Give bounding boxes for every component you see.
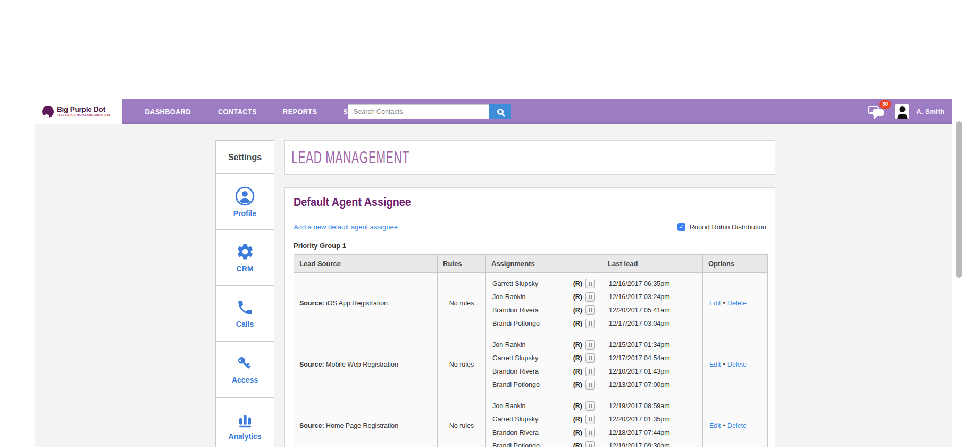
pause-button[interactable]	[585, 401, 595, 411]
delete-link[interactable]: Delete	[727, 422, 747, 429]
last-lead-cell: 12/15/2017 01:34pm 12/17/2017 04:54am 12…	[602, 334, 703, 395]
nav-dashboard[interactable]: DASHBOARD	[131, 99, 205, 124]
pause-button[interactable]	[585, 305, 595, 315]
user-name[interactable]: A. Smith	[916, 107, 944, 115]
phone-icon	[236, 299, 254, 317]
pause-button[interactable]	[585, 340, 595, 350]
pause-button[interactable]	[585, 319, 595, 328]
settings-sidebar: Settings Profile CRM	[215, 140, 274, 447]
edit-link[interactable]: Edit	[709, 361, 721, 368]
pause-button[interactable]	[585, 380, 595, 390]
search-input[interactable]	[348, 104, 489, 119]
rules-cell: No rules	[438, 334, 486, 395]
assignment-line: Brandon Rivera (R)	[486, 365, 602, 378]
sidebar-item-access[interactable]: Access	[216, 342, 274, 398]
pause-icon	[589, 383, 592, 387]
section-header: Default Agent Assignee	[285, 188, 775, 216]
source-cell: Source: iOS App Registration	[294, 273, 438, 334]
col-rules: Rules	[438, 255, 486, 273]
default-agent-assignee-card: Default Agent Assignee Add a new default…	[284, 187, 775, 447]
round-robin-checkbox[interactable]	[677, 223, 685, 231]
assignment-line: Jon Rankin (R)	[486, 290, 602, 303]
assignment-line: Garrett Slupsky (R)	[486, 277, 602, 290]
pause-button[interactable]	[585, 441, 595, 447]
notifications-button[interactable]: 30	[868, 104, 888, 120]
navbar-right: 30 A. Smith	[868, 99, 947, 124]
assignments-cell: Jon Rankin (R) Garrett Slupsky (R) Brand…	[486, 395, 602, 447]
source-cell: Source: Home Page Registration	[294, 395, 438, 447]
assignment-line: Jon Rankin (R)	[486, 399, 602, 412]
person-icon	[235, 186, 255, 206]
assignment-line: Garrett Slupsky (R)	[486, 412, 602, 426]
page: Big Purple Dot REAL ESTATE MARKETING SOL…	[0, 0, 980, 447]
assignee-table: Lead Source Rules Assignments Last lead …	[294, 254, 768, 447]
col-assignments: Assignments	[486, 255, 602, 273]
pause-icon	[589, 356, 592, 360]
notification-badge: 30	[879, 100, 891, 109]
sidebar-item-analytics[interactable]: Analytics	[216, 398, 274, 447]
last-lead-cell: 12/16/2017 06:35pm 12/16/2017 03:24pm 12…	[602, 273, 703, 334]
sidebar-title: Settings	[216, 141, 274, 174]
avatar[interactable]	[895, 104, 909, 119]
priority-group-title: Priority Group 1	[294, 242, 766, 250]
brand-name: Big Purple Dot	[57, 106, 111, 113]
table-row: Source: Home Page Registration No rules …	[294, 395, 768, 447]
brand-dot-icon	[42, 106, 54, 118]
brand-tagline: REAL ESTATE MARKETING SOLUTIONS	[57, 114, 111, 117]
section-body: Add a new default agent assignee Round R…	[285, 216, 775, 447]
delete-link[interactable]: Delete	[727, 300, 747, 307]
search-bar	[348, 104, 511, 119]
options-cell: Edit•Delete	[703, 273, 768, 334]
pause-icon	[589, 431, 592, 435]
options-cell: Edit•Delete	[703, 334, 768, 395]
assignment-line: Brandi Potlongo (R)	[486, 439, 602, 447]
search-icon	[497, 109, 504, 115]
edit-link[interactable]: Edit	[709, 300, 721, 307]
pause-button[interactable]	[585, 353, 595, 363]
pause-icon	[589, 295, 592, 299]
top-navbar: Big Purple Dot REAL ESTATE MARKETING SOL…	[35, 99, 952, 124]
search-button[interactable]	[489, 104, 511, 119]
pause-button[interactable]	[585, 279, 595, 288]
assignments-cell: Garrett Slupsky (R) Jon Rankin (R) Brand…	[486, 273, 602, 334]
nav-contacts[interactable]: CONTACTS	[205, 99, 270, 124]
page-title: LEAD MANAGEMENT	[291, 147, 409, 168]
delete-link[interactable]: Delete	[727, 361, 747, 368]
page-title-card: LEAD MANAGEMENT	[284, 140, 775, 175]
last-lead-cell: 12/19/2017 08:59am 12/20/2017 01:35pm 12…	[602, 395, 703, 447]
sidebar-item-calls[interactable]: Calls	[216, 286, 274, 342]
options-cell: Edit•Delete	[703, 395, 768, 447]
pause-icon	[589, 417, 592, 421]
col-options: Options	[703, 255, 768, 273]
brand-logo[interactable]: Big Purple Dot REAL ESTATE MARKETING SOL…	[35, 99, 122, 124]
pause-button[interactable]	[585, 428, 595, 437]
pause-icon	[589, 308, 592, 312]
assignment-line: Brandon Rivera (R)	[486, 426, 602, 439]
pause-button[interactable]	[585, 367, 595, 376]
pause-icon	[589, 343, 592, 347]
pause-icon	[589, 369, 592, 374]
gear-icon	[236, 242, 255, 261]
rules-cell: No rules	[438, 273, 486, 334]
add-assignee-link[interactable]: Add a new default agent assignee	[294, 223, 398, 231]
scrollbar-thumb[interactable]	[956, 121, 962, 278]
nav-reports[interactable]: REPORTS	[270, 99, 330, 124]
edit-link[interactable]: Edit	[709, 422, 721, 429]
sidebar-item-profile[interactable]: Profile	[216, 174, 274, 230]
rules-cell: No rules	[438, 395, 486, 447]
assignment-line: Brandon Rivera (R)	[486, 303, 602, 317]
source-cell: Source: Mobile Web Registration	[294, 334, 438, 395]
pause-icon	[589, 444, 592, 447]
round-robin-label: Round Robin Distribution	[689, 223, 766, 231]
brand-text: Big Purple Dot REAL ESTATE MARKETING SOL…	[57, 106, 111, 117]
main-content: LEAD MANAGEMENT Default Agent Assignee A…	[284, 140, 775, 447]
key-icon	[236, 355, 254, 372]
assignment-line: Brandi Potlongo (R)	[486, 317, 602, 330]
sidebar-item-crm[interactable]: CRM	[216, 230, 274, 286]
col-last-lead: Last lead	[602, 255, 703, 273]
pause-button[interactable]	[585, 415, 595, 424]
app-window: Big Purple Dot REAL ESTATE MARKETING SOL…	[35, 99, 952, 447]
user-silhouette-icon	[899, 106, 905, 112]
pause-button[interactable]	[585, 292, 595, 302]
table-row: Source: Mobile Web Registration No rules…	[294, 334, 768, 395]
